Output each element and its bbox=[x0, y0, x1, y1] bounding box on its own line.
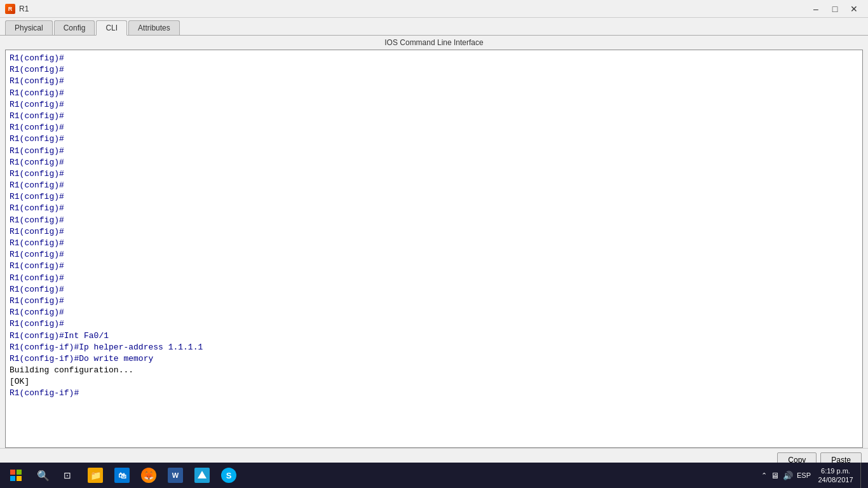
svg-rect-1 bbox=[17, 470, 22, 475]
task-view-icon: ⊡ bbox=[64, 470, 71, 480]
terminal-line: R1(config)# bbox=[10, 215, 858, 226]
terminal-line: R1(config)# bbox=[10, 99, 858, 111]
terminal-line: R1(config)# bbox=[10, 122, 858, 133]
svg-rect-0 bbox=[10, 470, 15, 475]
cisco-pt-icon[interactable] bbox=[189, 463, 215, 488]
show-desktop-button[interactable] bbox=[860, 463, 864, 488]
terminal-line: R1(config)# bbox=[10, 111, 858, 122]
terminal-line: R1(config)# bbox=[10, 168, 858, 180]
clock-date: 24/08/2017 bbox=[818, 475, 853, 484]
terminal-line: R1(config)# bbox=[10, 226, 858, 238]
terminal-line: R1(config-if)#Do write memory bbox=[10, 353, 858, 365]
tab-bar: Physical Config CLI Attributes bbox=[0, 18, 868, 36]
volume-icon[interactable]: 🔊 bbox=[783, 471, 793, 480]
maximize-button[interactable]: □ bbox=[826, 2, 844, 16]
window-icon: R bbox=[5, 4, 15, 14]
terminal-line: R1(config)# bbox=[10, 191, 858, 203]
window-controls: – □ ✕ bbox=[807, 2, 863, 16]
terminal-wrapper: R1(config)#R1(config)#R1(config)#R1(conf… bbox=[5, 50, 863, 448]
store-icon[interactable]: 🛍 bbox=[109, 463, 135, 488]
window-title: R1 bbox=[19, 4, 807, 13]
network-icon[interactable]: 🖥 bbox=[771, 471, 779, 480]
tab-physical[interactable]: Physical bbox=[5, 20, 53, 35]
firefox-icon[interactable]: 🦊 bbox=[136, 463, 161, 488]
close-button[interactable]: ✕ bbox=[845, 2, 863, 16]
tab-cli[interactable]: CLI bbox=[96, 20, 127, 36]
terminal-line: R1(config)# bbox=[10, 295, 858, 307]
terminal-line: R1(config)# bbox=[10, 238, 858, 249]
tab-attributes[interactable]: Attributes bbox=[128, 20, 180, 35]
language-indicator[interactable]: ESP bbox=[797, 471, 811, 479]
taskbar-clock[interactable]: 6:19 p.m. 24/08/2017 bbox=[813, 466, 858, 485]
search-button[interactable]: 🔍 bbox=[32, 463, 55, 488]
system-tray: ⌃ 🖥 🔊 ESP bbox=[761, 471, 811, 480]
skype-icon[interactable]: S bbox=[216, 463, 241, 488]
terminal-line: R1(config)# bbox=[10, 273, 858, 284]
taskbar-apps: 📁 🛍 🦊 W bbox=[83, 463, 241, 488]
terminal-line: R1(config)# bbox=[10, 53, 858, 64]
terminal-output[interactable]: R1(config)#R1(config)#R1(config)#R1(conf… bbox=[6, 50, 862, 447]
minimize-button[interactable]: – bbox=[807, 2, 825, 16]
terminal-line: R1(config)# bbox=[10, 261, 858, 272]
terminal-line: R1(config)# bbox=[10, 88, 858, 99]
svg-rect-2 bbox=[10, 476, 15, 481]
task-view-button[interactable]: ⊡ bbox=[55, 463, 80, 488]
start-button[interactable] bbox=[0, 463, 32, 488]
terminal-line: R1(config)# bbox=[10, 64, 858, 76]
taskbar-right: ⌃ 🖥 🔊 ESP 6:19 p.m. 24/08/2017 bbox=[761, 463, 868, 488]
terminal-line: R1(config)# bbox=[10, 157, 858, 168]
terminal-line: R1(config)# bbox=[10, 284, 858, 295]
terminal-line: Building configuration... bbox=[10, 365, 858, 376]
clock-time: 6:19 p.m. bbox=[821, 466, 850, 475]
svg-marker-4 bbox=[198, 471, 207, 478]
title-bar: R R1 – □ ✕ bbox=[0, 0, 868, 18]
cisco-icon-img bbox=[194, 468, 210, 483]
skype-icon-img: S bbox=[221, 468, 236, 483]
taskbar: 🔍 ⊡ 📁 🛍 🦊 W bbox=[0, 463, 868, 488]
terminal-line: R1(config-if)#Ip helper-address 1.1.1.1 bbox=[10, 342, 858, 353]
terminal-line: R1(config)# bbox=[10, 318, 858, 330]
terminal-line: R1(config)# bbox=[10, 76, 858, 87]
firefox-icon-img: 🦊 bbox=[141, 468, 156, 483]
svg-rect-3 bbox=[17, 476, 22, 481]
terminal-line: [OK] bbox=[10, 376, 858, 388]
store-icon-img: 🛍 bbox=[114, 468, 130, 483]
terminal-line: R1(config)# bbox=[10, 133, 858, 145]
terminal-line: R1(config)# bbox=[10, 203, 858, 214]
terminal-line: R1(config-if)# bbox=[10, 388, 858, 399]
terminal-line: R1(config)# bbox=[10, 180, 858, 191]
file-explorer-icon[interactable]: 📁 bbox=[83, 463, 108, 488]
word-icon[interactable]: W bbox=[163, 463, 188, 488]
terminal-line: R1(config)# bbox=[10, 307, 858, 318]
tray-expand-icon[interactable]: ⌃ bbox=[761, 471, 767, 480]
search-icon: 🔍 bbox=[37, 470, 50, 482]
cli-heading: IOS Command Line Interface bbox=[0, 36, 868, 50]
main-window: R R1 – □ ✕ Physical Config CLI Attribute… bbox=[0, 0, 868, 488]
word-icon-img: W bbox=[168, 468, 183, 483]
tab-config[interactable]: Config bbox=[54, 20, 95, 35]
terminal-line: R1(config)#Int Fa0/1 bbox=[10, 330, 858, 342]
terminal-line: R1(config)# bbox=[10, 146, 858, 157]
explorer-icon-img: 📁 bbox=[88, 468, 103, 483]
terminal-line: R1(config)# bbox=[10, 249, 858, 261]
